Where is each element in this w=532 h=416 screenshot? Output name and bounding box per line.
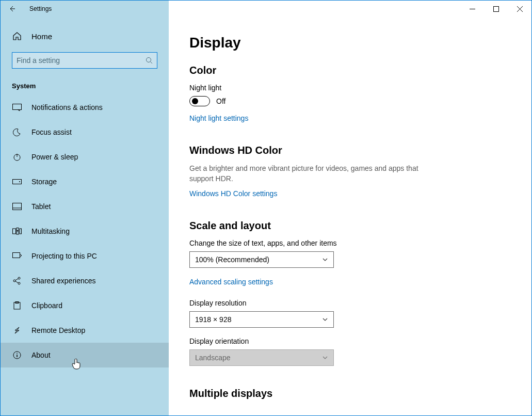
advanced-scaling-link[interactable]: Advanced scaling settings [189, 278, 273, 286]
chevron-down-icon [322, 257, 328, 263]
back-button[interactable] [1, 1, 23, 17]
sidebar-item-shared-experiences[interactable]: Shared experiences [1, 268, 169, 293]
sidebar-item-label: Remote Desktop [31, 326, 85, 334]
night-light-label: Night light [189, 84, 511, 92]
section-hd-heading: Windows HD Color [189, 145, 511, 156]
notifications-icon [12, 104, 22, 111]
minimize-icon [470, 6, 475, 12]
sidebar-item-label: About [31, 351, 51, 359]
home-button[interactable]: Home [1, 24, 169, 48]
close-button[interactable] [508, 1, 531, 17]
orientation-value: Landscape [195, 354, 231, 362]
remote-icon [12, 326, 22, 334]
sidebar: Home System Notifications & actions Focu… [1, 17, 169, 415]
section-multi-heading: Multiple displays [189, 388, 511, 399]
storage-icon [12, 179, 22, 184]
home-label: Home [31, 32, 52, 41]
svg-rect-9 [17, 231, 19, 234]
hd-color-settings-link[interactable]: Windows HD Color settings [189, 189, 277, 198]
section-color-heading: Color [189, 65, 511, 76]
sidebar-item-label: Power & sleep [31, 153, 78, 161]
night-light-state: Off [216, 97, 225, 105]
shared-icon [12, 277, 22, 285]
sidebar-item-focus-assist[interactable]: Focus assist [1, 120, 169, 145]
svg-rect-2 [13, 104, 22, 110]
svg-point-14 [18, 282, 20, 284]
power-icon [12, 153, 22, 161]
sidebar-item-label: Projecting to this PC [31, 252, 97, 260]
scale-label: Change the size of text, apps, and other… [189, 239, 511, 247]
titlebar: Settings [1, 1, 531, 17]
tablet-icon [12, 203, 22, 210]
search-box[interactable] [12, 52, 157, 69]
info-icon [12, 351, 22, 359]
maximize-button[interactable] [484, 1, 508, 17]
sidebar-item-label: Tablet [31, 202, 51, 211]
content-area: Display Color Night light Off Night ligh… [169, 17, 531, 415]
chevron-down-icon [322, 355, 328, 361]
sidebar-item-remote-desktop[interactable]: Remote Desktop [1, 318, 169, 343]
maximize-icon [493, 6, 499, 12]
sidebar-item-clipboard[interactable]: Clipboard [1, 293, 169, 318]
svg-rect-11 [13, 253, 20, 258]
nav-list: Notifications & actions Focus assist Pow… [1, 95, 169, 367]
orientation-label: Display orientation [189, 337, 511, 345]
svg-point-1 [147, 58, 151, 62]
scale-dropdown[interactable]: 100% (Recommended) [189, 251, 334, 268]
resolution-value: 1918 × 928 [195, 315, 231, 324]
settings-window: Settings Home [0, 0, 532, 416]
night-light-settings-link[interactable]: Night light settings [189, 114, 248, 122]
svg-rect-6 [13, 203, 22, 210]
svg-rect-10 [20, 229, 22, 234]
svg-rect-7 [13, 229, 16, 234]
sidebar-item-tablet[interactable]: Tablet [1, 194, 169, 219]
sidebar-item-about[interactable]: About [1, 343, 169, 367]
sidebar-item-label: Multitasking [31, 227, 70, 235]
svg-point-18 [17, 353, 18, 354]
scale-value: 100% (Recommended) [195, 255, 269, 264]
home-icon [12, 31, 22, 41]
sidebar-item-label: Clipboard [31, 301, 62, 310]
back-arrow-icon [8, 5, 16, 13]
sidebar-item-notifications[interactable]: Notifications & actions [1, 95, 169, 120]
sidebar-item-multitasking[interactable]: Multitasking [1, 219, 169, 244]
multitasking-icon [12, 228, 22, 235]
search-input[interactable] [17, 56, 146, 65]
window-title: Settings [29, 5, 52, 12]
resolution-label: Display resolution [189, 299, 511, 307]
orientation-dropdown: Landscape [189, 349, 334, 366]
category-label: System [1, 76, 169, 95]
sidebar-item-label: Storage [31, 178, 57, 186]
page-title: Display [189, 35, 511, 51]
svg-point-13 [18, 277, 20, 279]
hd-description: Get a brighter and more vibrant picture … [189, 164, 437, 184]
sidebar-item-power-sleep[interactable]: Power & sleep [1, 145, 169, 169]
minimize-button[interactable] [460, 1, 484, 17]
svg-rect-8 [17, 228, 19, 231]
sidebar-item-storage[interactable]: Storage [1, 169, 169, 194]
svg-rect-0 [493, 6, 498, 11]
section-scale-heading: Scale and layout [189, 220, 511, 232]
search-icon [146, 57, 153, 64]
svg-point-12 [13, 280, 15, 282]
resolution-dropdown[interactable]: 1918 × 928 [189, 311, 334, 328]
moon-icon [12, 128, 22, 136]
project-icon [12, 252, 22, 260]
sidebar-item-label: Focus assist [31, 128, 72, 136]
sidebar-item-label: Notifications & actions [31, 103, 103, 111]
night-light-toggle[interactable] [189, 96, 210, 106]
chevron-down-icon [322, 316, 328, 323]
sidebar-item-projecting[interactable]: Projecting to this PC [1, 244, 169, 268]
close-icon [517, 6, 523, 12]
sidebar-item-label: Shared experiences [31, 277, 96, 285]
svg-point-5 [19, 181, 20, 182]
clipboard-icon [12, 301, 22, 310]
